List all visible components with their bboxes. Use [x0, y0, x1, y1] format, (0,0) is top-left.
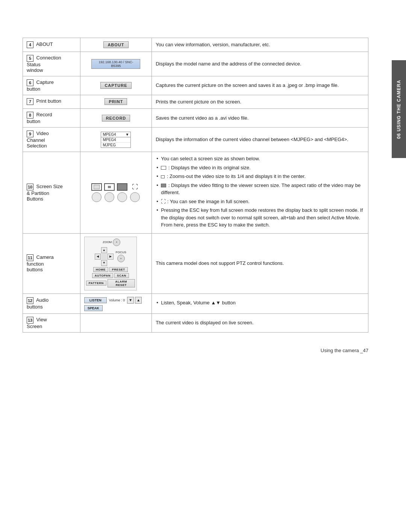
original-size-circle-btn[interactable] — [92, 192, 102, 202]
pad-center — [101, 254, 107, 260]
video-select-visual: MPEG4▼ MPEG4 MJPEG — [101, 132, 131, 148]
video-option-mjpeg: MJPEG — [101, 143, 130, 147]
about-button-visual: ABOUT — [103, 41, 128, 48]
screen-desc-item: : Zooms-out the video size to its 1/4 an… — [156, 173, 364, 180]
row-desc: Displays the information of the current … — [152, 128, 368, 152]
row-desc: The current video is displayed on live s… — [152, 313, 368, 332]
row-number: 6 — [27, 79, 33, 86]
row-desc: Prints the current picture on the screen… — [152, 95, 368, 109]
row-label: 6 Capturebutton — [23, 76, 80, 95]
row-visual: MPEG4▼ MPEG4 MJPEG — [80, 128, 151, 152]
original-size-icon — [91, 183, 102, 191]
volume-arrows: ▼ ▲ — [127, 297, 142, 304]
camera-function-panel: ZOOM + ▲ ◀ — [84, 237, 137, 290]
volume-up-btn[interactable]: ▲ — [135, 297, 142, 304]
row-label: 5 ConnectionStatuswindow — [23, 52, 80, 76]
row-label: 10 Screen Size& PartitionButtons — [23, 152, 80, 234]
listen-button-visual: LISTEN — [84, 297, 107, 303]
row-visual: ABOUT — [80, 38, 151, 52]
footer-text: Using the camera _47 — [23, 348, 368, 353]
pad-right[interactable]: ▶ — [108, 254, 114, 260]
home-btn[interactable]: HOME — [93, 267, 108, 272]
row-label: 11 Camerafunctionbuttons — [23, 233, 80, 293]
table-row: 7 Print button PRINT Prints the current … — [23, 95, 368, 109]
cam-autopan-scan-row: AUTOPAN SCAN — [86, 273, 135, 278]
screen-btn-quarter — [104, 183, 115, 202]
fullscreen-circle-btn[interactable] — [130, 192, 140, 202]
table-row: 12 Audiobuttons LISTEN Volume : 0 ▼ ▲ — [23, 293, 368, 313]
fullscreen-icon: ⛶ — [130, 183, 140, 191]
cam-zoom-group: ZOOM + — [100, 239, 120, 246]
autopan-btn[interactable]: AUTOPAN — [92, 273, 113, 278]
capture-button-visual: CAPTURE — [100, 82, 131, 89]
print-button-visual: PRINT — [105, 98, 127, 105]
side-tab: 06 USING THE CAMERA — [392, 60, 406, 158]
table-row: 5 ConnectionStatuswindow 192.168.130.40 … — [23, 52, 368, 76]
row-number: 7 — [27, 98, 33, 105]
table-row: 11 Camerafunctionbuttons ZOOM + — [23, 233, 368, 293]
pad-up[interactable]: ▲ — [101, 247, 107, 253]
video-select-top: MPEG4▼ — [101, 132, 131, 137]
cam-zoom-row: ZOOM + — [86, 239, 135, 246]
cam-focus-group: FOCUS + — [116, 251, 126, 262]
pad-empty — [108, 260, 114, 266]
row-label: 4 ABOUT — [23, 38, 80, 52]
row-number: 13 — [27, 317, 33, 324]
record-button-visual: RECORD — [102, 115, 130, 122]
alarm-reset-btn[interactable]: ALARM RESET — [108, 279, 135, 287]
zoom-plus-btn[interactable]: + — [113, 239, 120, 246]
cam-control-row: ▲ ◀ ▶ ▼ FOCUS — [86, 247, 135, 266]
row-desc: Captures the current picture on the scre… — [152, 76, 368, 95]
pad-empty — [95, 247, 101, 253]
pattern-btn[interactable]: PATTERN — [86, 281, 106, 286]
preset-btn[interactable]: PRESET — [109, 267, 128, 272]
pad-left[interactable]: ◀ — [95, 254, 101, 260]
audio-desc-list: Listen, Speak, Volume ▲▼ button — [156, 299, 364, 307]
speak-button-visual: SPEAK — [84, 305, 103, 311]
fit-size-circle-btn[interactable] — [117, 192, 127, 202]
row-visual: PRINT — [80, 95, 151, 109]
row-label: 9 VideoChannelSelection — [23, 128, 80, 152]
connection-status-visual: 192.168.130.40 / SNC-B5395 — [91, 59, 140, 69]
cam-home-preset-row: HOME PRESET — [86, 267, 135, 272]
page-container: 06 USING THE CAMERA 4 ABOUT ABOUT You ca… — [0, 0, 406, 532]
row-desc: Displays the model name and the address … — [152, 52, 368, 76]
row-label: 12 Audiobuttons — [23, 293, 80, 313]
focus-btn[interactable]: + — [117, 255, 125, 262]
table-row: 8 Recordbutton RECORD Saves the current … — [23, 109, 368, 128]
quarter-size-icon — [104, 183, 115, 191]
cam-pattern-alarm-row: PATTERN ALARM RESET — [86, 279, 135, 287]
screen-btn-fullscreen: ⛶ — [130, 183, 140, 202]
table-row: 6 Capturebutton CAPTURE Captures the cur… — [23, 76, 368, 95]
row-desc: You can select a screen size as shown be… — [152, 152, 368, 234]
volume-label: Volume : 0 — [109, 298, 125, 302]
screen-desc-item: : Displays the video in its original siz… — [156, 164, 364, 172]
volume-down-btn[interactable]: ▼ — [127, 297, 134, 304]
video-select-options: MPEG4 MJPEG — [101, 137, 131, 148]
table-row: 9 VideoChannelSelection MPEG4▼ MPEG4 MJP… — [23, 128, 368, 152]
screen-desc-item: : Displays the video fitting to the view… — [156, 182, 364, 196]
scan-btn[interactable]: SCAN — [114, 273, 129, 278]
main-table: 4 ABOUT ABOUT You can view information, … — [23, 38, 368, 333]
row-desc: Saves the current video as a .avi video … — [152, 109, 368, 128]
pad-down[interactable]: ▼ — [101, 260, 107, 266]
row-number: 12 — [27, 297, 33, 304]
row-visual: ZOOM + ▲ ◀ — [80, 233, 151, 293]
quarter-size-circle-btn[interactable] — [105, 192, 114, 202]
screen-btn-original — [91, 183, 102, 202]
audio-desc-item: Listen, Speak, Volume ▲▼ button — [156, 299, 364, 307]
fit-size-icon — [117, 183, 127, 191]
table-row: 4 ABOUT ABOUT You can view information, … — [23, 38, 368, 52]
row-number: 11 — [27, 254, 33, 261]
row-number: 10 — [27, 184, 33, 190]
row-visual: CAPTURE — [80, 76, 151, 95]
screen-desc-item: ⛶ : You can see the image in full screen… — [156, 198, 364, 205]
screen-size-desc-list: You can select a screen size as shown be… — [156, 155, 364, 229]
screen-size-buttons-visual: ⛶ — [84, 183, 148, 202]
audio-panel-visual: LISTEN Volume : 0 ▼ ▲ SPEAK — [84, 297, 148, 310]
row-label: 8 Recordbutton — [23, 109, 80, 128]
row-number: 8 — [27, 112, 33, 119]
table-row: 10 Screen Size& PartitionButtons — [23, 152, 368, 234]
pad-empty — [108, 247, 114, 253]
cam-arrow-pad: ▲ ◀ ▶ ▼ — [95, 247, 114, 266]
